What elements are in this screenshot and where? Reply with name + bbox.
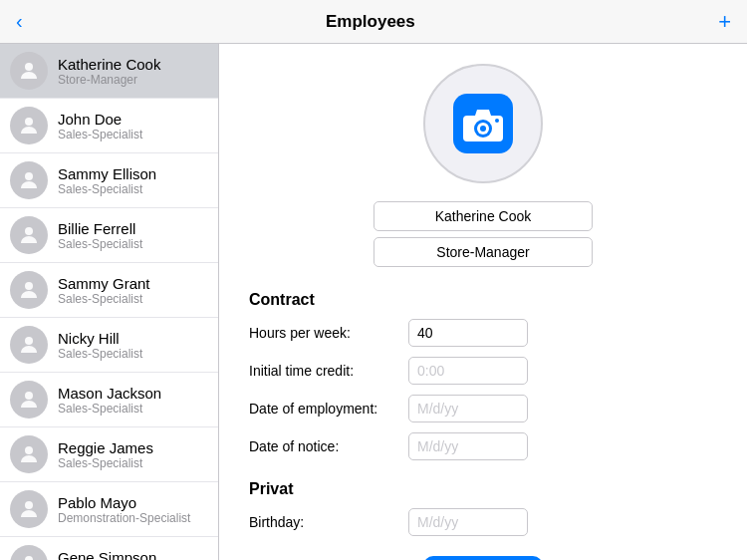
svg-point-17 <box>495 119 499 123</box>
employee-role: Sales-Specialist <box>58 128 142 141</box>
employee-role: Sales-Specialist <box>58 402 161 416</box>
contract-section: Contract Hours per week: Initial time cr… <box>249 291 717 460</box>
avatar <box>10 107 48 144</box>
back-button[interactable]: ‹ <box>10 10 29 33</box>
list-item[interactable]: Gene SimpsonSales-Specialist <box>0 537 218 560</box>
employee-role: Sales-Specialist <box>58 347 142 361</box>
employee-name: Nicky Hill <box>58 330 142 347</box>
photo-section <box>249 64 717 183</box>
employee-role: Sales-Specialist <box>58 292 150 306</box>
initial-time-credit-input[interactable] <box>408 357 528 385</box>
svg-point-2 <box>25 172 33 180</box>
hours-per-week-label: Hours per week: <box>249 325 408 341</box>
date-of-notice-input[interactable] <box>408 432 528 460</box>
avatar <box>10 490 48 528</box>
avatar <box>10 216 48 254</box>
employee-name: Katherine Cook <box>58 56 160 73</box>
employee-name: Sammy Ellison <box>58 165 156 182</box>
avatar <box>10 326 48 364</box>
avatar <box>10 52 48 90</box>
hours-per-week-row: Hours per week: <box>249 319 717 347</box>
employee-role: Sales-Specialist <box>58 237 142 251</box>
svg-point-16 <box>480 126 486 132</box>
initial-time-credit-row: Initial time credit: <box>249 357 717 385</box>
initial-time-credit-label: Initial time credit: <box>249 363 408 379</box>
list-item[interactable]: Nicky HillSales-Specialist <box>0 318 218 373</box>
date-of-notice-label: Date of notice: <box>249 438 408 454</box>
employee-name: Pablo Mayo <box>58 494 190 511</box>
list-item[interactable]: John DoeSales-Specialist <box>0 99 218 153</box>
employee-role: Sales-Specialist <box>58 456 153 470</box>
svg-point-8 <box>25 501 33 509</box>
list-item[interactable]: Katherine CookStore-Manager <box>0 44 218 99</box>
hours-per-week-input[interactable] <box>408 319 528 347</box>
contract-section-title: Contract <box>249 291 717 309</box>
header-title: Employees <box>326 12 415 32</box>
date-of-employment-input[interactable] <box>408 395 528 422</box>
svg-point-6 <box>25 392 33 400</box>
app-header: ‹ Employees + <box>0 0 747 44</box>
date-of-employment-row: Date of employment: <box>249 395 717 422</box>
employee-name: Reggie James <box>58 439 153 456</box>
employee-name: Billie Ferrell <box>58 220 142 237</box>
list-item[interactable]: Sammy GrantSales-Specialist <box>0 263 218 318</box>
avatar <box>10 545 48 560</box>
add-employee-button[interactable]: + <box>712 11 737 33</box>
avatar <box>10 435 48 473</box>
svg-point-7 <box>25 446 33 454</box>
privat-section-title: Privat <box>249 480 717 498</box>
list-item[interactable]: Pablo MayoDemonstration-Specialist <box>0 482 218 537</box>
employee-name: John Doe <box>58 111 142 128</box>
employee-name: Gene Simpson <box>58 549 156 561</box>
avatar <box>10 381 48 419</box>
employee-role: Store-Manager <box>58 73 160 87</box>
avatar <box>10 271 48 309</box>
date-of-notice-row: Date of notice: <box>249 432 717 460</box>
svg-point-1 <box>25 118 33 126</box>
svg-point-3 <box>25 227 33 235</box>
svg-point-5 <box>25 337 33 345</box>
employee-name: Mason Jackson <box>58 385 161 402</box>
list-item[interactable]: Sammy EllisonSales-Specialist <box>0 153 218 208</box>
employee-role: Demonstration-Specialist <box>58 511 190 525</box>
birthday-row: Birthday: <box>249 508 717 536</box>
list-item[interactable]: Reggie JamesSales-Specialist <box>0 427 218 482</box>
svg-point-0 <box>25 63 33 71</box>
employee-name-input[interactable] <box>374 201 593 231</box>
svg-point-4 <box>25 282 33 290</box>
list-item[interactable]: Mason JacksonSales-Specialist <box>0 373 218 427</box>
employee-role: Sales-Specialist <box>58 182 156 196</box>
employee-detail: Contract Hours per week: Initial time cr… <box>219 44 747 560</box>
name-fields <box>249 201 717 267</box>
list-item[interactable]: Billie FerrellSales-Specialist <box>0 208 218 263</box>
date-of-employment-label: Date of employment: <box>249 401 408 417</box>
birthday-label: Birthday: <box>249 514 408 530</box>
privat-section: Privat Birthday: <box>249 480 717 536</box>
employee-name: Sammy Grant <box>58 275 150 292</box>
employee-role-input[interactable] <box>374 237 593 267</box>
svg-point-9 <box>25 556 33 560</box>
avatar <box>10 161 48 199</box>
birthday-input[interactable] <box>408 508 528 536</box>
save-button[interactable]: Save <box>423 556 543 560</box>
main-layout: Katherine CookStore-ManagerJohn DoeSales… <box>0 44 747 560</box>
employee-list: Katherine CookStore-ManagerJohn DoeSales… <box>0 44 219 560</box>
photo-upload-button[interactable] <box>423 64 543 183</box>
